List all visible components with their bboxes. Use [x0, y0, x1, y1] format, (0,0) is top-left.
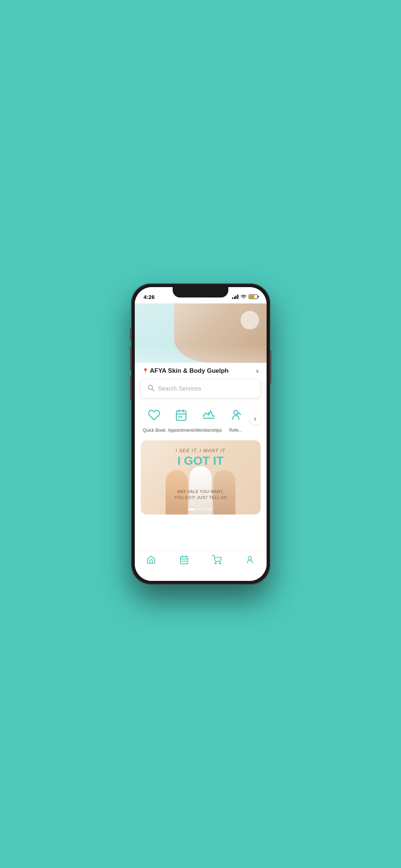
svg-point-22 [219, 563, 221, 564]
promo-title: I GOT IT [148, 455, 253, 467]
svg-line-1 [152, 389, 154, 391]
battery-icon [249, 295, 258, 299]
memberships-label: Memberships [195, 428, 222, 433]
wifi-icon [241, 294, 247, 300]
dot-3 [206, 509, 213, 510]
location-pin-icon: 📍 [142, 368, 149, 374]
svg-rect-18 [182, 560, 183, 562]
svg-point-8 [202, 415, 204, 417]
crown-icon [199, 405, 218, 425]
quick-actions-more-button[interactable] [250, 414, 261, 425]
signal-icon [232, 295, 238, 299]
quick-actions-row: Quick Book Appointments [135, 402, 267, 440]
promo-description: ANY SALE YOU WANT,YOU GOT! JUST TELL US [148, 489, 253, 500]
dot-1 [188, 509, 195, 510]
person-nav-icon [245, 555, 255, 565]
dot-2 [197, 509, 204, 510]
nav-home-button[interactable] [135, 555, 168, 565]
bottom-nav [135, 550, 267, 581]
referrals-button[interactable]: Refe... [222, 405, 249, 433]
status-time: 4:26 [144, 294, 155, 300]
svg-rect-14 [180, 556, 188, 564]
home-nav-icon [146, 555, 156, 565]
nav-calendar-button[interactable] [167, 555, 200, 565]
location-bar[interactable]: 📍 AFYA Skin & Body Guelph ∨ [135, 363, 267, 379]
svg-rect-6 [179, 416, 180, 418]
search-icon [147, 384, 154, 393]
person-icon [226, 405, 245, 425]
memberships-button[interactable]: Memberships [195, 405, 222, 433]
svg-rect-2 [177, 411, 186, 421]
quick-book-button[interactable]: Quick Book [141, 405, 168, 433]
promo-banner: I see it, I want it I GOT IT ANY SALE YO… [141, 440, 261, 514]
svg-line-13 [239, 413, 240, 414]
nav-profile-button[interactable] [234, 555, 267, 565]
svg-rect-20 [185, 560, 186, 562]
svg-point-21 [215, 563, 216, 564]
status-icons [232, 294, 258, 300]
search-bar[interactable]: Search Services [141, 379, 261, 398]
svg-point-23 [248, 556, 252, 560]
svg-rect-7 [181, 416, 182, 418]
appointments-button[interactable]: Appointments [168, 405, 195, 433]
heart-icon [144, 405, 164, 425]
referrals-label: Refe... [229, 428, 242, 433]
search-placeholder: Search Services [158, 385, 202, 392]
nav-cart-button[interactable] [200, 555, 234, 565]
promo-subtitle: I see it, I want it [148, 448, 253, 453]
svg-point-9 [208, 412, 209, 414]
calendar-nav-icon [179, 555, 189, 565]
calendar-icon [172, 405, 191, 425]
banner-dots [188, 509, 213, 510]
promo-text: I see it, I want it I GOT IT [148, 448, 253, 468]
location-name: AFYA Skin & Body Guelph [150, 367, 254, 375]
main-scroll: 📍 AFYA Skin & Body Guelph ∨ Search Servi… [135, 303, 267, 550]
quick-book-label: Quick Book [143, 428, 165, 433]
cart-nav-icon [212, 555, 222, 565]
chevron-down-icon: ∨ [255, 368, 259, 374]
svg-rect-19 [183, 560, 185, 562]
svg-point-10 [213, 415, 215, 417]
hero-section [135, 303, 267, 363]
appointments-label: Appointments [168, 428, 195, 433]
